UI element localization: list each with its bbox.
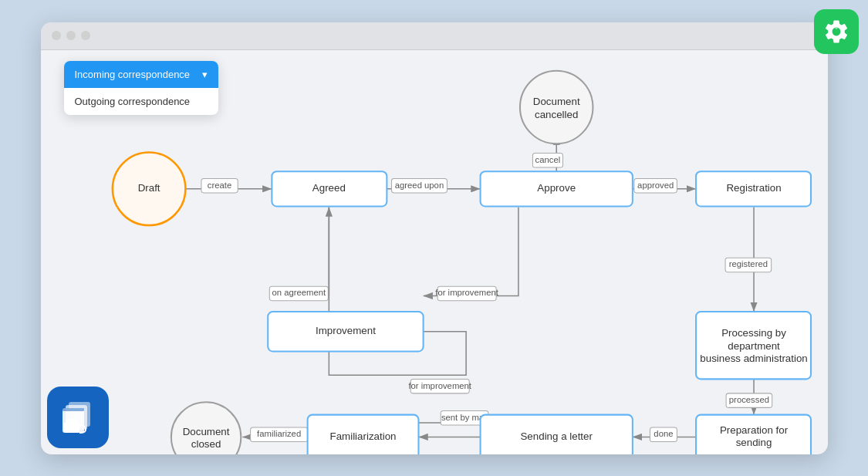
svg-rect-7 — [62, 408, 84, 411]
label-registered: registered — [728, 259, 767, 268]
browser-dot-red — [52, 31, 61, 40]
node-doc-cancelled-text1: Document — [532, 96, 579, 107]
svg-rect-9 — [66, 419, 78, 422]
label-on-agreement: on agreement — [272, 288, 326, 297]
dropdown-selected-label: Incoming correspondence — [75, 69, 191, 80]
label-approved: approved — [637, 180, 674, 189]
node-approve-text: Approve — [537, 182, 576, 194]
node-draft-text: Draft — [137, 182, 160, 194]
node-sending-text: Sending a letter — [520, 430, 593, 441]
node-processing-text1: Processing by — [721, 327, 786, 339]
label-done: done — [654, 429, 673, 438]
gear-icon — [822, 18, 850, 46]
node-processing-text2: department — [728, 339, 780, 351]
node-preparation-text1: Preparation for — [719, 424, 788, 435]
gear-button[interactable] — [814, 9, 859, 54]
node-doc-closed-text2: closed — [191, 438, 221, 450]
node-agreed-text: Agreed — [312, 182, 345, 194]
app-icon[interactable] — [47, 387, 109, 448]
arrow-on-agreement — [307, 207, 329, 295]
node-improvement-text: Improvement — [315, 325, 375, 336]
app-icon-svg — [58, 397, 98, 437]
label-create: create — [207, 180, 231, 189]
node-familiarization-text: Familiarization — [329, 430, 396, 441]
correspondence-dropdown[interactable]: Incoming correspondence ▾ Outgoing corre… — [64, 61, 218, 115]
node-processing-text3: business administration — [700, 353, 807, 364]
label-familiarized: familiarized — [257, 429, 301, 438]
browser-titlebar — [41, 22, 828, 50]
label-cancel: cancel — [535, 154, 560, 164]
label-for-improvement1: for improvement — [435, 288, 498, 297]
node-doc-cancelled-text2: cancelled — [535, 108, 578, 120]
browser-dot-yellow — [66, 31, 76, 40]
dropdown-selected[interactable]: Incoming correspondence ▾ — [64, 61, 218, 88]
label-for-improvement2: for improvement — [408, 380, 471, 390]
arrow-for-improvement1 — [423, 207, 518, 295]
node-doc-closed-text1: Document — [182, 425, 229, 437]
node-preparation-text2: sending — [735, 437, 772, 448]
browser-dot-green — [81, 31, 90, 40]
node-registration-text: Registration — [726, 182, 781, 194]
svg-point-0 — [834, 29, 839, 34]
dropdown-option-outgoing[interactable]: Outgoing correspondence — [64, 88, 218, 115]
label-processed: processed — [728, 395, 768, 404]
svg-rect-8 — [64, 422, 79, 433]
chevron-down-icon: ▾ — [202, 69, 208, 80]
label-agreed-upon: agreed upon — [394, 180, 443, 189]
browser-window: Incoming correspondence ▾ Outgoing corre… — [41, 22, 828, 454]
